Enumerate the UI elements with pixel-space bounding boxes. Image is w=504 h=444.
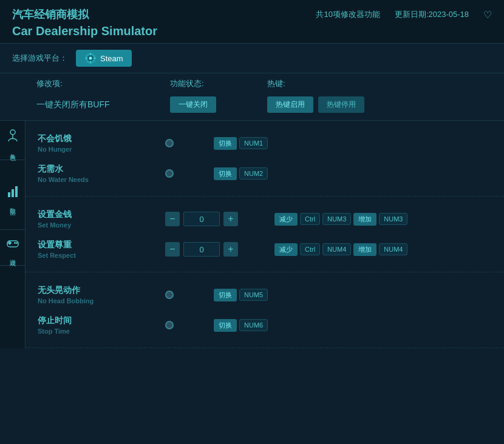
col-mod-header: 修改项: [36, 78, 170, 89]
toggle-circle-stop-time[interactable] [165, 321, 174, 329]
game-icon [7, 238, 19, 251]
svg-point-12 [10, 242, 12, 244]
sidebar-block-character: 角色 [0, 121, 25, 160]
key-num3-decrease: NUM3 [322, 213, 351, 225]
toggle-circle-no-water[interactable] [165, 169, 174, 178]
meta-date: 更新日期:2023-05-18 [395, 9, 469, 20]
svg-rect-5 [8, 192, 10, 197]
table-row: 停止时间 Stop Time 切换 NUM6 [38, 310, 492, 340]
sidebar: 角色 数据 [0, 121, 26, 348]
mod-name-cn-no-head-bobbing: 无头晃动作 [38, 285, 165, 296]
minus-money-button[interactable]: − [165, 212, 180, 226]
decrease-respect-btn[interactable]: 减少 [274, 243, 298, 256]
one-click-section: 一键关闭所有BUFF 一键关闭 热键启用 热键停用 [0, 92, 504, 121]
platform-label: 选择游戏平台： [12, 53, 67, 64]
mod-name-en-set-respect: Set Respect [38, 252, 165, 259]
mod-name-cn-no-water: 无需水 [38, 164, 165, 175]
app-container: 汽车经销商模拟 共10项修改器功能 更新日期:2023-05-18 ♡ Car … [0, 0, 504, 444]
favorite-icon[interactable]: ♡ [483, 9, 492, 21]
hotkey-disable-button[interactable]: 热键停用 [318, 96, 364, 113]
switch-btn-no-water[interactable]: 切换 [214, 167, 237, 180]
key-num6: NUM6 [239, 319, 268, 331]
title-cn: 汽车经销商模拟 [12, 7, 89, 22]
toggle-no-head-bobbing[interactable] [165, 291, 214, 299]
col-status-header: 功能状态: [170, 78, 267, 89]
mod-info-stop-time: 停止时间 Stop Time [38, 315, 165, 335]
toggle-no-hunger[interactable] [165, 139, 214, 147]
decrease-money-btn[interactable]: 减少 [274, 213, 298, 226]
plus-money-button[interactable]: + [223, 212, 238, 226]
switch-btn-no-hunger[interactable]: 切换 [214, 137, 237, 150]
minus-respect-button[interactable]: − [165, 242, 180, 257]
main-body: 角色 数据 [0, 121, 504, 348]
mod-name-en-no-hunger: No Hunger [38, 146, 165, 153]
toggle-no-water[interactable] [165, 169, 214, 178]
mod-info-no-hunger: 不会饥饿 No Hunger [38, 133, 165, 153]
mod-info-no-water: 无需水 No Water Needs [38, 164, 165, 183]
switch-btn-stop-time[interactable]: 切换 [214, 319, 237, 332]
platform-bar: 选择游戏平台： Steam [0, 44, 504, 73]
num-controls-money: − + [165, 212, 274, 226]
person-icon [7, 129, 18, 143]
mod-name-en-no-water: No Water Needs [38, 176, 165, 183]
plus-respect-button[interactable]: + [223, 242, 238, 257]
money-input[interactable] [183, 212, 220, 226]
respect-input[interactable] [183, 242, 220, 257]
character-icon [7, 129, 18, 145]
hotkeys-stop-time: 切换 NUM6 [214, 319, 492, 332]
increase-respect-btn[interactable]: 增加 [353, 243, 376, 256]
mod-name-cn-stop-time: 停止时间 [38, 315, 165, 326]
key-ctrl-money: Ctrl [300, 213, 320, 225]
sidebar-data-label: 数据 [9, 203, 17, 206]
toggle-stop-time[interactable] [165, 321, 214, 329]
key-num1: NUM1 [239, 137, 268, 149]
mod-info-no-head-bobbing: 无头晃动作 No Head Bobbing [38, 285, 165, 304]
mod-name-cn-set-money: 设置金钱 [38, 209, 165, 220]
key-num2: NUM2 [239, 167, 268, 180]
sidebar-block-game: 游戏 [0, 230, 25, 266]
hotkeys-set-money: 减少 Ctrl NUM3 增加 NUM3 [274, 213, 492, 226]
key-ctrl-respect: Ctrl [300, 243, 320, 255]
mod-info-set-money: 设置金钱 Set Money [38, 209, 165, 229]
svg-rect-7 [15, 186, 18, 197]
col-hotkey-header: 热键: [267, 78, 492, 89]
toggle-circle-no-hunger[interactable] [165, 139, 174, 147]
svg-point-14 [16, 242, 18, 244]
data-icon [7, 184, 18, 200]
num-controls-respect: − + [165, 242, 274, 257]
table-row: 设置尊重 Set Respect − + 减少 Ctrl NUM4 增加 NUM… [38, 234, 492, 264]
key-num4-increase: NUM4 [379, 243, 407, 255]
game-section: 无头晃动作 No Head Bobbing 切换 NUM5 停止时间 [26, 272, 504, 348]
increase-money-btn[interactable]: 增加 [353, 213, 376, 226]
data-section: 设置金钱 Set Money − + 减少 Ctrl NUM3 增加 NUM3 [26, 197, 504, 272]
mod-name-en-set-money: Set Money [38, 221, 165, 229]
header: 汽车经销商模拟 共10项修改器功能 更新日期:2023-05-18 ♡ Car … [0, 0, 504, 44]
steam-logo-icon [84, 52, 97, 64]
character-section: 不会饥饿 No Hunger 切换 NUM1 无需水 No Wate [26, 121, 504, 197]
meta-count: 共10项修改器功能 [316, 9, 380, 20]
sidebar-character-label: 角色 [9, 149, 17, 151]
mod-name-en-no-head-bobbing: No Head Bobbing [38, 297, 165, 304]
svg-point-13 [14, 242, 16, 244]
hotkeys-no-water: 切换 NUM2 [214, 167, 492, 180]
hotkeys-no-head-bobbing: 切换 NUM5 [214, 289, 492, 301]
one-click-row: 一键关闭所有BUFF 一键关闭 热键启用 热键停用 [36, 96, 492, 113]
mod-name-cn-set-respect: 设置尊重 [38, 240, 165, 251]
sidebar-block-data: 数据 [0, 160, 25, 230]
key-num3-increase: NUM3 [379, 213, 407, 225]
one-click-hotkeys: 热键启用 热键停用 [267, 96, 364, 113]
hotkeys-no-hunger: 切换 NUM1 [214, 137, 492, 150]
table-row: 设置金钱 Set Money − + 减少 Ctrl NUM3 增加 NUM3 [38, 204, 492, 234]
svg-point-11 [8, 242, 10, 244]
toggle-circle-no-head-bobbing[interactable] [165, 291, 174, 299]
one-click-status: 一键关闭 [170, 96, 267, 113]
switch-btn-no-head-bobbing[interactable]: 切换 [214, 289, 237, 301]
mod-info-set-respect: 设置尊重 Set Respect [38, 240, 165, 259]
one-click-label: 一键关闭所有BUFF [36, 99, 170, 110]
hotkey-enable-button[interactable]: 热键启用 [267, 96, 313, 113]
steam-btn-label: Steam [100, 54, 123, 63]
svg-rect-6 [12, 189, 14, 197]
steam-button[interactable]: Steam [76, 50, 132, 67]
one-click-close-button[interactable]: 一键关闭 [170, 96, 216, 113]
header-top: 汽车经销商模拟 共10项修改器功能 更新日期:2023-05-18 ♡ [12, 7, 492, 22]
